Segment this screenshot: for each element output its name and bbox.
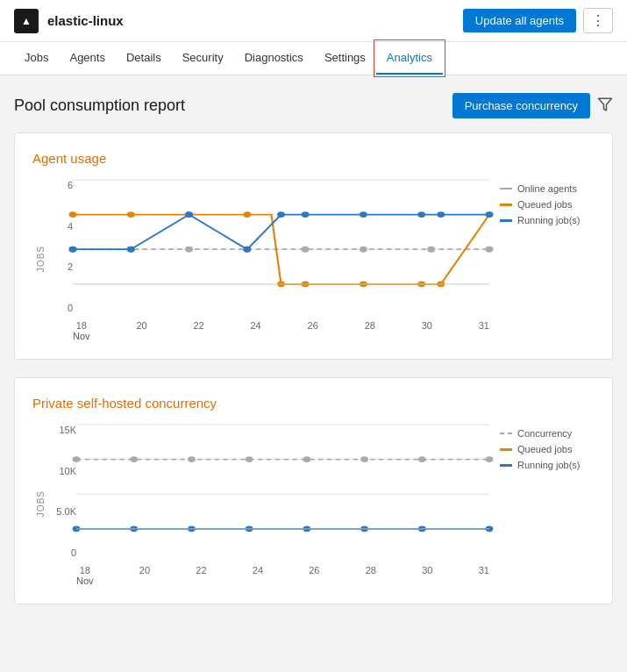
concurrency-legend: Concurrency Queued jobs Running job(s) xyxy=(489,425,595,470)
logo-icon: ▲ xyxy=(21,15,32,27)
x-label-20: 20 xyxy=(136,320,146,341)
svg-point-30 xyxy=(417,211,425,218)
svg-point-31 xyxy=(437,211,445,218)
svg-point-45 xyxy=(486,456,494,462)
svg-point-25 xyxy=(185,211,193,218)
svg-point-16 xyxy=(243,211,251,218)
x-label-c-28: 28 xyxy=(366,565,376,586)
legend-running-jobs: Running job(s) xyxy=(500,215,595,225)
svg-point-10 xyxy=(360,247,367,253)
y-tick-10k: 10K xyxy=(59,466,76,476)
x-label-30: 30 xyxy=(422,320,432,341)
header-right: Update all agents ⋮ xyxy=(463,8,613,33)
x-label-28: 28 xyxy=(365,320,375,341)
x-label-24: 24 xyxy=(251,320,261,341)
svg-point-9 xyxy=(302,247,310,253)
legend-running-jobs-label: Running job(s) xyxy=(517,215,581,225)
svg-point-27 xyxy=(277,211,285,218)
y-label-concurrency: JOBS xyxy=(36,490,46,517)
y-tick-5k: 5.0K xyxy=(56,506,76,517)
nav-item-diagnostics[interactable]: Diagnostics xyxy=(234,42,314,75)
svg-point-26 xyxy=(243,247,251,253)
x-label-c-20: 20 xyxy=(139,565,150,586)
svg-point-39 xyxy=(130,456,138,462)
x-label-c-31: 31 xyxy=(479,565,489,586)
concurrency-card: Private self-hosted concurrency JOBS 15K… xyxy=(14,377,613,604)
x-label-c-24: 24 xyxy=(253,565,263,586)
svg-point-12 xyxy=(486,247,494,253)
header-actions: Purchase concurrency xyxy=(452,93,613,118)
page-title: Pool consumption report xyxy=(14,97,185,115)
x-label-18: 18Nov xyxy=(73,320,90,341)
page-header: Pool consumption report Purchase concurr… xyxy=(14,93,613,118)
legend-concurrency-running-label: Running job(s) xyxy=(517,460,581,470)
svg-marker-0 xyxy=(599,98,612,111)
legend-concurrency-queued-label: Queued jobs xyxy=(517,444,572,454)
x-label-c-18: 18Nov xyxy=(76,565,94,586)
update-all-agents-button[interactable]: Update all agents xyxy=(463,9,576,32)
svg-point-32 xyxy=(486,211,494,218)
nav-bar: Jobs Agents Details Security Diagnostics… xyxy=(0,42,627,75)
legend-running-jobs-icon xyxy=(500,219,512,222)
legend-concurrency-running: Running job(s) xyxy=(500,460,595,470)
svg-point-42 xyxy=(303,456,311,462)
svg-point-14 xyxy=(127,211,135,218)
concurrency-chart xyxy=(76,425,489,561)
svg-point-13 xyxy=(69,211,77,218)
legend-online-agents: Online agents xyxy=(500,183,595,194)
legend-concurrency: Concurrency xyxy=(500,428,595,439)
concurrency-title: Private self-hosted concurrency xyxy=(32,396,595,411)
x-label-26: 26 xyxy=(308,320,318,341)
legend-concurrency-running-icon xyxy=(500,464,512,467)
x-label-c-26: 26 xyxy=(309,565,319,586)
nav-item-analytics[interactable]: Analytics xyxy=(376,42,443,75)
svg-point-40 xyxy=(188,456,196,462)
running-jobs-line xyxy=(73,215,489,250)
nav-item-jobs[interactable]: Jobs xyxy=(14,42,59,75)
svg-point-7 xyxy=(185,247,193,253)
legend-concurrency-label: Concurrency xyxy=(517,428,572,439)
legend-concurrency-queued: Queued jobs xyxy=(500,444,595,454)
purchase-concurrency-button[interactable]: Purchase concurrency xyxy=(452,93,590,118)
legend-queued-jobs-label: Queued jobs xyxy=(517,199,572,210)
legend-online-agents-label: Online agents xyxy=(517,183,577,194)
svg-point-44 xyxy=(418,456,426,462)
more-options-button[interactable]: ⋮ xyxy=(583,8,613,33)
agent-usage-chart xyxy=(73,180,489,316)
legend-concurrency-icon xyxy=(500,433,512,434)
legend-queued-jobs: Queued jobs xyxy=(500,199,595,210)
x-label-c-30: 30 xyxy=(422,565,432,586)
y-tick-15k: 15K xyxy=(59,425,76,435)
svg-point-43 xyxy=(360,456,368,462)
nav-item-details[interactable]: Details xyxy=(116,42,172,75)
legend-online-agents-icon xyxy=(500,188,512,189)
app-header: ▲ elastic-linux Update all agents ⋮ xyxy=(0,0,627,42)
repo-name: elastic-linux xyxy=(47,13,124,28)
x-label-31: 31 xyxy=(479,320,489,341)
nav-item-security[interactable]: Security xyxy=(172,42,234,75)
svg-point-23 xyxy=(69,247,77,253)
svg-point-38 xyxy=(73,456,81,462)
filter-icon[interactable] xyxy=(597,97,613,116)
logo: ▲ xyxy=(14,9,39,33)
svg-point-28 xyxy=(302,211,310,218)
main-content: Pool consumption report Purchase concurr… xyxy=(0,75,627,640)
x-label-22: 22 xyxy=(193,320,203,341)
nav-item-agents[interactable]: Agents xyxy=(59,42,115,75)
svg-point-11 xyxy=(427,247,435,253)
agent-usage-card: Agent usage JOBS 6 4 2 0 xyxy=(14,132,613,360)
legend-queued-jobs-icon xyxy=(500,204,512,206)
y-label-agent: JOBS xyxy=(36,246,46,272)
x-label-c-22: 22 xyxy=(196,565,206,586)
agent-usage-title: Agent usage xyxy=(32,151,595,166)
svg-point-29 xyxy=(360,211,367,218)
legend-concurrency-queued-icon xyxy=(500,448,512,451)
header-left: ▲ elastic-linux xyxy=(14,9,124,33)
nav-item-settings[interactable]: Settings xyxy=(314,42,376,75)
svg-point-24 xyxy=(127,247,135,253)
agent-usage-legend: Online agents Queued jobs Running job(s) xyxy=(489,180,595,225)
svg-point-41 xyxy=(246,456,253,462)
